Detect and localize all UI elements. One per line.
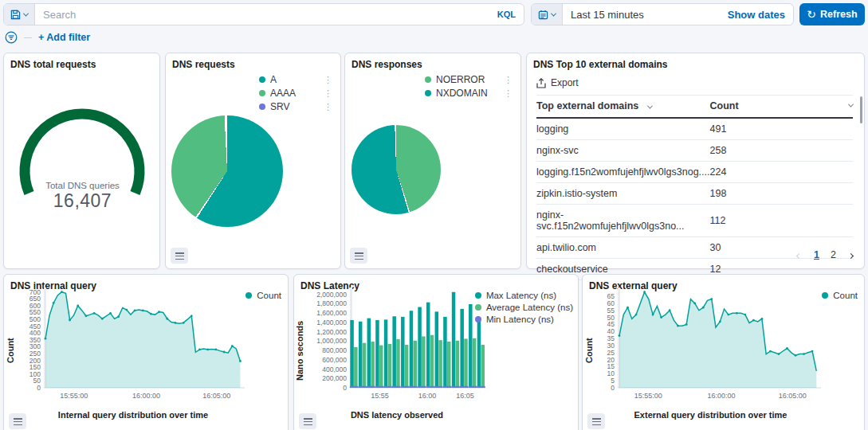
svg-text:50: 50: [33, 377, 41, 385]
svg-text:1,400,000: 1,400,000: [316, 319, 347, 326]
internal-query-area-chart: 0501001502002503003504004505005506006507…: [17, 286, 249, 405]
legend-item[interactable]: Min Latency (ns): [475, 315, 573, 324]
latency-bar-chart: 0200,000400,000600,000800,0001,000,0001,…: [305, 286, 489, 405]
domain-cell: logging: [536, 118, 710, 140]
legend-label: Min Latency (ns): [486, 315, 554, 324]
svg-text:250: 250: [29, 350, 41, 358]
legend-toggle-button[interactable]: [171, 248, 188, 264]
svg-text:300: 300: [29, 342, 41, 350]
export-button[interactable]: Export: [536, 77, 579, 88]
calendar-menu-button[interactable]: [532, 4, 563, 25]
legend-dot-icon: [425, 76, 431, 83]
column-header-domains[interactable]: Top external domains: [536, 96, 710, 119]
time-range-value[interactable]: Last 15 minutes: [563, 9, 728, 21]
refresh-button[interactable]: ↻ Refresh: [799, 3, 865, 25]
svg-text:16:00:00: 16:00:00: [132, 392, 160, 400]
domain-cell: logging.f15n2womfujehfjlwv0lgs3nog....: [536, 162, 710, 183]
legend-item-menu-icon[interactable]: ⋮: [496, 75, 513, 85]
legend-label: Average Latency (ns): [486, 303, 573, 312]
legend-label: Max Latency (ns): [486, 291, 556, 300]
saved-query-menu-button[interactable]: [4, 4, 35, 25]
dns-requests-pie-chart[interactable]: [171, 115, 283, 227]
legend-toggle-button[interactable]: [587, 413, 605, 429]
legend-label: SRV: [270, 101, 289, 112]
svg-text:0: 0: [37, 384, 41, 392]
svg-text:0: 0: [343, 384, 347, 392]
chart-legend: Count: [822, 291, 858, 300]
search-bar: KQL: [3, 3, 524, 25]
svg-text:15:55:00: 15:55:00: [60, 392, 88, 400]
pie-legend: A⋮AAAA⋮SRV⋮: [259, 74, 332, 112]
svg-text:500: 500: [29, 315, 41, 323]
svg-text:5: 5: [611, 377, 615, 385]
pagination-next-icon[interactable]: [849, 249, 853, 260]
legend-item[interactable]: A⋮: [259, 74, 332, 85]
column-header-count[interactable]: Count: [710, 96, 854, 119]
svg-text:15: 15: [607, 362, 615, 370]
svg-text:200,000: 200,000: [322, 374, 347, 382]
count-cell: 112: [710, 205, 854, 237]
panel-dns-internal-query: DNS internal query Count 050100150200250…: [3, 274, 289, 430]
legend-dot-icon: [475, 316, 481, 322]
list-icon: [175, 252, 184, 260]
pagination-page-1[interactable]: 1: [814, 249, 819, 260]
legend-item[interactable]: AAAA⋮: [259, 88, 332, 99]
x-axis-title: Internal query distribution over time: [17, 410, 249, 420]
legend-item[interactable]: Count: [822, 291, 858, 300]
legend-label: NOERROR: [436, 74, 485, 85]
table-row: nginx-svc258: [536, 140, 853, 162]
svg-text:15:55: 15:55: [371, 392, 389, 400]
scrollbar-thumb[interactable]: [860, 96, 862, 123]
legend-item-menu-icon[interactable]: ⋮: [316, 102, 332, 112]
legend-item[interactable]: NXDOMAIN⋮: [425, 88, 513, 99]
list-icon: [592, 418, 601, 425]
domain-cell: nginx-svc: [536, 140, 710, 162]
legend-item[interactable]: Average Latency (ns): [475, 303, 573, 312]
legend-item-menu-icon[interactable]: ⋮: [496, 88, 513, 99]
pagination-prev-icon[interactable]: [797, 249, 801, 260]
pagination: 12: [797, 249, 853, 260]
svg-text:550: 550: [29, 308, 41, 316]
filter-icon[interactable]: [5, 31, 18, 44]
show-dates-button[interactable]: Show dates: [728, 9, 793, 21]
svg-text:400: 400: [29, 329, 41, 337]
legend-toggle-button[interactable]: [299, 413, 316, 429]
legend-item[interactable]: Count: [245, 291, 281, 300]
legend-item[interactable]: NOERROR⋮: [425, 74, 513, 85]
svg-text:600,000: 600,000: [322, 356, 347, 364]
domain-cell: zipkin.istio-system: [536, 183, 710, 205]
search-input[interactable]: [35, 9, 489, 21]
svg-text:2,000,000: 2,000,000: [316, 291, 347, 299]
save-icon: [10, 10, 21, 20]
svg-text:1,000,000: 1,000,000: [316, 337, 347, 345]
svg-text:1,200,000: 1,200,000: [316, 328, 347, 336]
legend-item-menu-icon[interactable]: ⋮: [316, 88, 332, 99]
dns-responses-pie-chart[interactable]: [352, 125, 441, 214]
legend-label: NXDOMAIN: [436, 88, 488, 99]
legend-item[interactable]: Max Latency (ns): [475, 291, 573, 300]
domain-cell: api.twilio.com: [536, 237, 710, 259]
legend-item-menu-icon[interactable]: ⋮: [316, 75, 332, 85]
svg-text:30: 30: [607, 342, 615, 350]
chevron-down-icon: [647, 104, 653, 109]
chart-legend: Max Latency (ns)Average Latency (ns)Min …: [475, 291, 573, 324]
kql-syntax-button[interactable]: KQL: [489, 10, 524, 19]
domain-cell: nginx-svc.f15n2womfujehfjlwv0lgs3no...: [536, 205, 710, 237]
legend-toggle-button[interactable]: [350, 248, 367, 264]
table-row: nginx-svc.f15n2womfujehfjlwv0lgs3no...11…: [536, 205, 853, 237]
pagination-page-2[interactable]: 2: [831, 249, 836, 260]
panel-title: DNS responses: [352, 59, 422, 70]
y-axis-title: Count: [6, 299, 15, 402]
table-row: logging491: [536, 118, 853, 140]
panel-dns-responses: DNS responses NOERROR⋮NXDOMAIN⋮: [344, 53, 521, 269]
svg-text:60: 60: [607, 299, 615, 307]
legend-dot-icon: [259, 76, 265, 83]
panel-dns-requests: DNS requests A⋮AAAA⋮SRV⋮: [165, 53, 341, 269]
legend-toggle-button[interactable]: [9, 413, 26, 429]
legend-item[interactable]: SRV⋮: [259, 101, 332, 112]
panel-title: DNS Top 10 external domains: [533, 59, 668, 70]
add-filter-button[interactable]: + Add filter: [38, 32, 90, 43]
panel-dns-total-requests: DNS total requests Total DNS queries 16,…: [3, 53, 160, 269]
svg-text:800,000: 800,000: [322, 346, 347, 354]
legend-dot-icon: [475, 292, 481, 299]
